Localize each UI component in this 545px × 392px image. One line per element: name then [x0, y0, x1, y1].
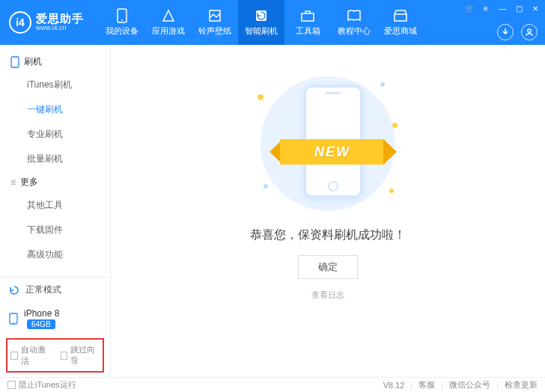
footer-link-support[interactable]: 客服 — [418, 379, 435, 391]
toolbox-icon — [300, 8, 315, 23]
footer-link-update[interactable]: 检查更新 — [505, 379, 538, 391]
svg-point-1 — [121, 19, 123, 21]
user-button[interactable] — [521, 24, 538, 40]
check-skip-guide[interactable]: 跳过向导 — [61, 344, 100, 367]
ribbon-text: NEW — [280, 139, 385, 165]
top-nav: 我的设备 应用游戏 铃声壁纸 智能刷机 工具箱 教程中心 爱思商城 — [99, 0, 424, 45]
nav-my-device[interactable]: 我的设备 — [99, 0, 145, 45]
bottom-checks: 自动激活 跳过向导 — [6, 338, 104, 373]
nav-label: 工具箱 — [296, 25, 320, 37]
wallpaper-icon — [207, 8, 222, 23]
main-content: NEW 恭喜您，保资料刷机成功啦！ 确定 查看日志 — [111, 45, 545, 377]
group-label: 更多 — [20, 176, 38, 189]
nav-toolbox[interactable]: 工具箱 — [284, 0, 331, 45]
sidebar-item-download-fw[interactable]: 下载固件 — [0, 218, 110, 242]
header-actions — [497, 24, 538, 40]
svg-rect-4 — [302, 13, 314, 21]
sidebar: 刷机 iTunes刷机 一键刷机 专业刷机 批量刷机 ≡ 更多 其他工具 下载固… — [0, 45, 111, 377]
nav-flash[interactable]: 智能刷机 — [238, 0, 284, 45]
refresh-icon — [9, 285, 19, 295]
book-icon — [347, 8, 362, 23]
storage-badge: 64GB — [27, 319, 55, 329]
logo-icon: i4 — [9, 11, 31, 34]
sidebar-item-advanced[interactable]: 高级功能 — [0, 242, 110, 267]
maximize-icon[interactable]: ▢ — [514, 3, 524, 13]
cart-icon[interactable]: 🛒 — [464, 3, 475, 13]
check-auto-activate[interactable]: 自动激活 — [10, 344, 50, 367]
nav-label: 爱思商城 — [384, 25, 417, 37]
app-name: 爱思助手 — [36, 13, 84, 25]
apps-icon — [161, 8, 176, 23]
window-controls: 🛒 ≡ — ▢ ✕ — [464, 3, 541, 13]
svg-point-8 — [13, 322, 14, 323]
sidebar-item-batch-flash[interactable]: 批量刷机 — [0, 147, 110, 171]
view-log-link[interactable]: 查看日志 — [311, 290, 344, 301]
nav-store[interactable]: 爱思商城 — [377, 0, 424, 45]
sidebar-item-itunes-flash[interactable]: iTunes刷机 — [0, 73, 110, 97]
sidebar-item-pro-flash[interactable]: 专业刷机 — [0, 122, 110, 147]
status-bar: 阻止iTunes运行 V8.12 | 客服 | 微信公众号 | 检查更新 — [0, 377, 545, 392]
svg-rect-6 — [11, 57, 19, 67]
mode-row[interactable]: 正常模式 — [0, 278, 110, 302]
device-row[interactable]: iPhone 8 64GB — [0, 302, 110, 335]
svg-point-5 — [528, 29, 531, 32]
nav-label: 铃声壁纸 — [198, 25, 231, 37]
nav-label: 应用游戏 — [152, 25, 185, 37]
sidebar-item-other-tools[interactable]: 其他工具 — [0, 193, 110, 218]
confirm-button[interactable]: 确定 — [298, 255, 358, 279]
check-label: 跳过向导 — [70, 344, 100, 367]
nav-ringtones[interactable]: 铃声壁纸 — [192, 0, 238, 45]
sidebar-group-more: ≡ 更多 — [0, 171, 110, 193]
nav-tutorials[interactable]: 教程中心 — [331, 0, 377, 45]
new-ribbon: NEW — [270, 133, 397, 169]
nav-apps[interactable]: 应用游戏 — [145, 0, 192, 45]
nav-label: 智能刷机 — [245, 25, 278, 37]
check-label: 阻止iTunes运行 — [19, 379, 76, 391]
logo: i4 爱思助手 www.i4.cn — [0, 11, 93, 34]
device-icon — [115, 8, 130, 23]
device-name: iPhone 8 — [24, 308, 59, 319]
check-block-itunes[interactable]: 阻止iTunes运行 — [7, 379, 76, 391]
flash-icon — [254, 8, 269, 23]
close-icon[interactable]: ✕ — [530, 3, 541, 13]
success-message: 恭喜您，保资料刷机成功啦！ — [250, 227, 406, 243]
group-label: 刷机 — [24, 55, 42, 68]
store-icon — [393, 8, 408, 23]
success-illustration: NEW — [253, 72, 403, 214]
device-small-icon — [10, 56, 19, 68]
minimize-icon[interactable]: — — [497, 3, 508, 13]
sidebar-group-flash: 刷机 — [0, 51, 110, 73]
app-url: www.i4.cn — [36, 25, 84, 32]
footer-link-wechat[interactable]: 微信公众号 — [449, 379, 490, 391]
download-button[interactable] — [497, 24, 514, 40]
version-label: V8.12 — [383, 381, 405, 390]
mode-label: 正常模式 — [25, 284, 61, 296]
sidebar-item-oneclick-flash[interactable]: 一键刷机 — [0, 97, 110, 122]
phone-icon — [9, 313, 18, 325]
nav-label: 我的设备 — [106, 25, 138, 37]
menu-icon[interactable]: ≡ — [481, 3, 491, 13]
app-header: i4 爱思助手 www.i4.cn 我的设备 应用游戏 铃声壁纸 智能刷机 工具… — [0, 0, 545, 45]
nav-label: 教程中心 — [338, 25, 371, 37]
check-label: 自动激活 — [21, 344, 50, 367]
